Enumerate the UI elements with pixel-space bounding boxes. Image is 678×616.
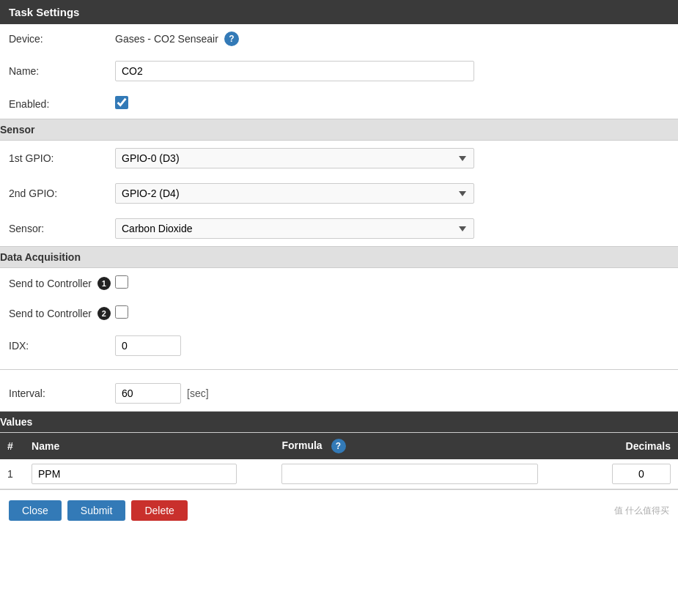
button-row: Close Submit Delete 值 什么值得买 bbox=[0, 490, 678, 531]
gpio1-label: 1st GPIO: bbox=[9, 152, 115, 164]
device-row: Device: Gases - CO2 Senseair ? bbox=[9, 24, 669, 53]
interval-input[interactable] bbox=[115, 383, 181, 404]
data-acquisition-label: Data Acquisition bbox=[0, 251, 81, 263]
send-controller-1-label: Send to Controller 1 bbox=[9, 277, 115, 290]
row-num: 1 bbox=[0, 459, 24, 489]
values-table-container: # Name Formula ? Decimals 1 bbox=[0, 433, 678, 489]
form-body: Device: Gases - CO2 Senseair ? Name: Ena… bbox=[0, 24, 678, 119]
name-row: Name: bbox=[9, 53, 669, 89]
sensor-section-header: Sensor bbox=[0, 119, 678, 141]
sensor-control: Carbon Dioxide Temperature Humidity bbox=[115, 218, 669, 239]
send-controller-1-text: Send to Controller bbox=[9, 278, 92, 289]
title-bar-label: Task Settings bbox=[9, 6, 79, 18]
close-button[interactable]: Close bbox=[9, 500, 62, 521]
gpio1-row: 1st GPIO: GPIO-0 (D3) GPIO-1 GPIO-2 (D4)… bbox=[9, 141, 669, 176]
name-control bbox=[115, 61, 669, 81]
idx-control bbox=[115, 335, 669, 356]
row-num-value: 1 bbox=[7, 468, 13, 480]
gpio1-select[interactable]: GPIO-0 (D3) GPIO-1 GPIO-2 (D4) GPIO-3 GP… bbox=[115, 148, 474, 168]
gpio2-control: GPIO-0 (D3) GPIO-1 GPIO-2 (D4) GPIO-3 GP… bbox=[115, 183, 669, 204]
row-decimals-cell bbox=[581, 459, 678, 489]
name-input[interactable] bbox=[115, 61, 474, 81]
data-acquisition-body: Send to Controller 1 Send to Controller … bbox=[0, 268, 678, 411]
gpio2-label: 2nd GPIO: bbox=[9, 188, 115, 199]
interval-unit: [sec] bbox=[187, 387, 209, 399]
row-decimals-input[interactable] bbox=[612, 464, 671, 484]
idx-input[interactable] bbox=[115, 335, 181, 356]
values-section-label: Values bbox=[0, 416, 32, 428]
sensor-section-label: Sensor bbox=[0, 124, 34, 136]
gpio2-row: 2nd GPIO: GPIO-0 (D3) GPIO-1 GPIO-2 (D4)… bbox=[9, 176, 669, 211]
row-name-input[interactable] bbox=[32, 464, 237, 484]
values-section-header: Values bbox=[0, 411, 678, 433]
device-help-icon[interactable]: ? bbox=[224, 31, 239, 46]
formula-help-icon[interactable]: ? bbox=[331, 439, 346, 453]
gpio2-select[interactable]: GPIO-0 (D3) GPIO-1 GPIO-2 (D4) GPIO-3 GP… bbox=[115, 183, 474, 204]
row-formula-cell bbox=[274, 459, 581, 489]
row-formula-input[interactable] bbox=[281, 464, 538, 484]
send-controller-2-text: Send to Controller bbox=[9, 308, 92, 319]
send-controller-1-num: 1 bbox=[97, 277, 111, 290]
interval-label: Interval: bbox=[9, 387, 115, 399]
watermark: 值 什么值得买 bbox=[614, 505, 669, 517]
title-bar: Task Settings bbox=[0, 0, 678, 24]
send-controller-2-row: Send to Controller 2 bbox=[9, 298, 669, 328]
send-controller-2-label: Send to Controller 2 bbox=[9, 307, 115, 320]
col-header-name: Name bbox=[24, 433, 274, 459]
formula-label: Formula bbox=[281, 439, 322, 451]
table-row: 1 bbox=[0, 459, 678, 489]
values-table-header-row: # Name Formula ? Decimals bbox=[0, 433, 678, 459]
interval-row: Interval: [sec] bbox=[9, 376, 669, 411]
data-acquisition-header: Data Acquisition bbox=[0, 246, 678, 268]
send-controller-2-control bbox=[115, 305, 669, 321]
col-header-decimals: Decimals bbox=[581, 433, 678, 459]
delete-button[interactable]: Delete bbox=[131, 500, 187, 521]
sensor-body: 1st GPIO: GPIO-0 (D3) GPIO-1 GPIO-2 (D4)… bbox=[0, 141, 678, 246]
send-controller-1-row: Send to Controller 1 bbox=[9, 268, 669, 298]
enabled-checkbox[interactable] bbox=[115, 96, 128, 109]
name-label: Name: bbox=[9, 65, 115, 77]
sensor-select[interactable]: Carbon Dioxide Temperature Humidity bbox=[115, 218, 474, 239]
enabled-label: Enabled: bbox=[9, 98, 115, 110]
idx-row: IDX: bbox=[9, 328, 669, 363]
submit-button[interactable]: Submit bbox=[67, 500, 126, 521]
enabled-control bbox=[115, 96, 669, 111]
col-header-num: # bbox=[0, 433, 24, 459]
col-header-formula: Formula ? bbox=[274, 433, 581, 459]
device-info: Gases - CO2 Senseair ? bbox=[115, 31, 669, 46]
interval-control: [sec] bbox=[115, 383, 669, 404]
device-label: Device: bbox=[9, 33, 115, 45]
row-name-cell bbox=[24, 459, 274, 489]
sensor-label: Sensor: bbox=[9, 223, 115, 234]
gpio1-control: GPIO-0 (D3) GPIO-1 GPIO-2 (D4) GPIO-3 GP… bbox=[115, 148, 669, 168]
device-value: Gases - CO2 Senseair bbox=[115, 33, 218, 45]
send-controller-2-checkbox[interactable] bbox=[115, 305, 128, 319]
send-controller-1-control bbox=[115, 275, 669, 291]
divider-1 bbox=[0, 369, 678, 370]
send-controller-1-checkbox[interactable] bbox=[115, 275, 128, 289]
sensor-row: Sensor: Carbon Dioxide Temperature Humid… bbox=[9, 211, 669, 246]
enabled-row: Enabled: bbox=[9, 89, 669, 119]
values-table: # Name Formula ? Decimals 1 bbox=[0, 433, 678, 489]
idx-label: IDX: bbox=[9, 340, 115, 352]
send-controller-2-num: 2 bbox=[97, 307, 111, 320]
